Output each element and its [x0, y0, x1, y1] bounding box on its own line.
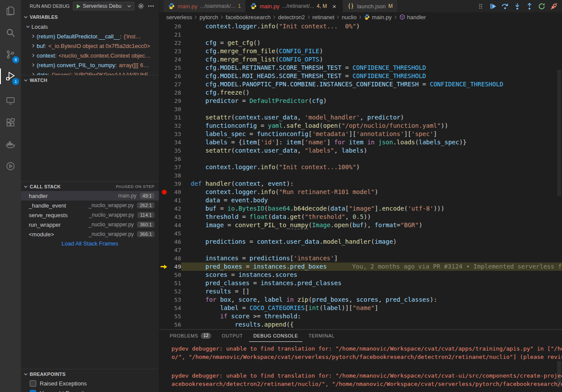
gear-icon[interactable] — [137, 3, 144, 10]
continue-icon[interactable] — [489, 3, 497, 10]
restart-icon[interactable] — [538, 3, 545, 10]
activity-bar-item-debug[interactable]: 1 — [0, 65, 21, 87]
gutter[interactable] — [159, 39, 170, 47]
code-text[interactable] — [181, 155, 562, 163]
gutter[interactable] — [159, 271, 170, 279]
editor-scrollbar[interactable] — [556, 22, 562, 329]
debug-console-output[interactable]: pydev debugger: unable to find translati… — [159, 342, 562, 392]
breakpoint-checkbox[interactable] — [30, 390, 36, 392]
breadcrumb-item[interactable]: detectron2 — [278, 14, 305, 20]
call-stack-frame[interactable]: <module>_nuclio_wrapper.py366:1 — [21, 229, 159, 239]
breadcrumb-item[interactable]: main.py — [364, 14, 392, 20]
gutter[interactable] — [159, 180, 170, 188]
code-text[interactable]: setattr(context.user_data, "labels", lab… — [181, 147, 562, 155]
gutter[interactable] — [159, 138, 170, 147]
variables-scope-row[interactable]: Locals — [21, 22, 159, 31]
breadcrumb-item[interactable]: pytorch — [199, 14, 218, 20]
panel-tab-debug-console[interactable]: DEBUG CONSOLE — [249, 330, 302, 342]
breakpoint-row[interactable]: Raised Exceptions — [21, 378, 159, 388]
code-text[interactable]: cfg.freeze() — [181, 89, 562, 97]
call-stack-frame[interactable]: _handle_event_nuclio_wrapper.py262:1 — [21, 201, 159, 210]
breadcrumb-item[interactable]: retinanet — [312, 14, 335, 20]
gutter[interactable] — [159, 122, 170, 130]
code-text[interactable]: buf = io.BytesIO(base64.b64decode(data["… — [181, 205, 562, 213]
code-text[interactable]: instances = predictions['instances'] — [181, 254, 562, 262]
code-text[interactable]: labels_spec = functionconfig['metadata']… — [181, 130, 562, 138]
code-editor[interactable]: 20context.logger.info("Init context... 0… — [159, 22, 562, 329]
chevron-right-icon[interactable] — [30, 33, 37, 40]
editor-tab-main-py[interactable]: main.py.../retinanet/...4, M× — [246, 0, 343, 12]
code-text[interactable]: functionconfig = yaml.safe_load(open("/o… — [181, 122, 562, 130]
gutter[interactable] — [159, 320, 170, 329]
gutter[interactable] — [159, 213, 170, 221]
gutter[interactable] — [159, 246, 170, 254]
panel-tab-output[interactable]: OUTPUT — [217, 330, 247, 342]
activity-bar-item-source-control[interactable]: 8 — [0, 44, 21, 65]
code-text[interactable]: if score >= threshold: — [181, 312, 562, 320]
editor-tab-launch-json[interactable]: launch.jsonM — [343, 0, 397, 12]
gutter[interactable] — [159, 55, 170, 64]
breadcrumb-item[interactable]: handler — [399, 14, 426, 20]
activity-bar-item-search[interactable] — [0, 22, 21, 44]
breadcrumb-item[interactable]: nuclio — [342, 14, 356, 20]
code-text[interactable]: scores = instances.scores — [181, 271, 562, 279]
chevron-right-icon[interactable] — [30, 42, 37, 49]
gutter[interactable] — [159, 296, 170, 304]
gutter[interactable] — [159, 279, 170, 287]
code-text[interactable]: def handler(context, event): — [181, 180, 562, 188]
gutter[interactable] — [159, 130, 170, 138]
watch-section-header[interactable]: WATCH — [21, 75, 159, 85]
gutter[interactable] — [159, 254, 170, 262]
gutter[interactable] — [159, 262, 170, 271]
code-text[interactable]: threshold = float(data.get("threshold", … — [181, 213, 562, 221]
chevron-right-icon[interactable] — [30, 71, 37, 75]
step-out-icon[interactable] — [526, 3, 533, 10]
gutter[interactable] — [159, 97, 170, 105]
breakpoints-section-header[interactable]: BREAKPOINTS — [21, 369, 159, 378]
gutter[interactable] — [159, 72, 170, 80]
breadcrumb-item[interactable]: facebookresearch — [226, 14, 271, 20]
activity-bar-item-explorer[interactable] — [0, 0, 21, 22]
variable-row[interactable]: context:<nuclio_sdk.context.Context obje… — [21, 51, 159, 60]
code-text[interactable]: results.append({ — [181, 320, 562, 329]
chevron-right-icon[interactable] — [30, 52, 37, 59]
call-stack-frame[interactable]: run_wrapper_nuclio_wrapper.py360:1 — [21, 220, 159, 229]
chevron-right-icon[interactable] — [30, 61, 37, 68]
call-stack-section-header[interactable]: CALL STACK PAUSED ON STEP — [21, 181, 159, 191]
variables-section-header[interactable]: VARIABLES — [21, 12, 159, 22]
code-text[interactable]: label = COCO_CATEGORIES[int(label)]["nam… — [181, 304, 562, 312]
breakpoint-icon[interactable] — [162, 190, 167, 194]
load-all-stack-frames-link[interactable]: Load All Stack Frames — [21, 239, 159, 249]
code-text[interactable]: image = convert_PIL_to_numpy(Image.open(… — [181, 221, 562, 229]
code-text[interactable]: setattr(context.user_data, 'model_handle… — [181, 113, 562, 122]
activity-bar-item-remote-explorer[interactable] — [0, 90, 21, 112]
code-text[interactable]: cfg.merge_from_file(CONFIG_FILE) — [181, 47, 562, 55]
code-text[interactable]: labels = {item['id']: item['name'] for i… — [181, 138, 562, 147]
activity-bar-item-play-circle[interactable] — [0, 155, 21, 177]
more-actions-icon[interactable] — [147, 3, 154, 10]
panel-tab-problems[interactable]: PROBLEMS12 — [165, 330, 216, 342]
gutter[interactable] — [159, 304, 170, 312]
activity-bar-item-extensions[interactable] — [0, 112, 21, 133]
gutter[interactable] — [159, 221, 170, 229]
panel-tab-terminal[interactable]: TERMINAL — [304, 330, 339, 342]
variable-row[interactable]: data:{'image': 'iVBORw0KGgoAAAANSUhE… — [21, 70, 159, 75]
editor-tab-main-py[interactable]: main.py.../siammask/...1 — [164, 0, 245, 12]
code-text[interactable]: predictor = DefaultPredictor(cfg) — [181, 97, 562, 105]
start-debugging-icon[interactable] — [75, 3, 81, 9]
gutter[interactable] — [159, 113, 170, 122]
code-text[interactable]: data = event.body — [181, 196, 562, 205]
panel-scrollbar[interactable] — [556, 342, 562, 392]
breakpoint-row[interactable]: Uncaught Exceptions — [21, 388, 159, 392]
code-text[interactable] — [181, 246, 562, 254]
code-text[interactable]: pred_classes = instances.pred_classes — [181, 279, 562, 287]
code-text[interactable]: context.logger.info("Run retinanet-R101 … — [181, 188, 562, 196]
drag-handle-icon[interactable] — [477, 3, 484, 10]
gutter[interactable] — [159, 89, 170, 97]
gutter[interactable] — [159, 64, 170, 72]
gutter[interactable] — [159, 22, 170, 31]
close-icon[interactable]: × — [330, 2, 338, 10]
code-text[interactable]: cfg.MODEL.ROI_HEADS.SCORE_THRESH_TEST = … — [181, 72, 562, 80]
gutter[interactable] — [159, 171, 170, 180]
gutter[interactable] — [159, 312, 170, 320]
